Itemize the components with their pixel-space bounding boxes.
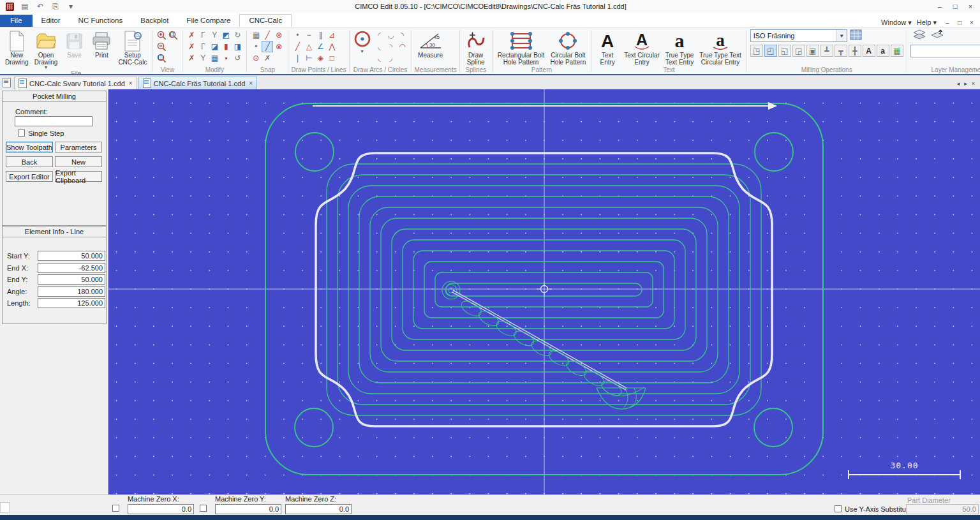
text-circular-entry-button[interactable]: AText CircularEntry [622,29,662,66]
operations-list-icon[interactable]: ▦ [891,45,903,57]
zoom-extents-icon[interactable] [156,52,167,64]
draw-spline-button[interactable]: DrawSpline [463,29,489,66]
stamp-icon[interactable]: ▦ [209,52,220,64]
print-icon[interactable]: ⎘ [50,1,61,11]
free-line-icon[interactable]: ╱ [292,41,303,52]
line-snap-icon[interactable]: ╱ [262,29,273,41]
slot-milling-icon[interactable]: ▣ [806,45,819,57]
ribbon-tab-nc-functions[interactable]: NC Functions [70,15,132,27]
tab-list-close-icon[interactable]: × [970,80,976,87]
circular-bolt-hole-pattern-button[interactable]: Circular BoltHole Pattern [549,29,588,66]
rectangle-center-icon[interactable]: ◈ [315,52,326,64]
move-origin-icon[interactable]: ▪ [220,52,232,64]
ribbon-tab-file-compare[interactable]: File Compare [177,15,239,27]
ribbon-tab-backplot[interactable]: Backplot [131,15,177,27]
app-logo-icon[interactable] [4,1,15,11]
undo-icon[interactable]: ↶ [34,1,46,11]
truetype-text-entry-button[interactable]: aTrue TypeText Entry [664,29,695,66]
tab-close-icon[interactable]: × [248,80,253,87]
bisect-icon[interactable]: ∠ [315,41,326,52]
rectangular-bolt-hole-pattern-button[interactable]: Rectangular BoltHole Pattern [496,29,547,66]
element-field-value[interactable]: -62.500 [38,263,105,273]
ribbon-tab-editor[interactable]: Editor [33,15,70,27]
parallel-lines-icon[interactable]: ∥ [315,29,326,41]
snap-all-icon[interactable]: ⊛ [273,29,285,41]
mirror-icon[interactable]: ◪ [209,41,220,52]
move-to-layer-icon[interactable] [931,29,944,41]
point-snap-icon[interactable]: • [250,41,262,52]
document-tab[interactable]: CNC-Calc Fräs Tutorial 1.cdd× [138,77,258,89]
customize-quick-access-icon[interactable]: ▾ [65,1,77,11]
join-icon[interactable]: Y [197,52,209,64]
arc-start-end-icon[interactable]: ◟ [374,52,385,64]
arc-fillet-icon[interactable]: ◟ [374,41,385,52]
tab-scroll-right-icon[interactable]: ▸ [963,80,969,87]
operation-settings-icon[interactable] [850,29,862,42]
mdi-minimize-button[interactable]: – [942,18,953,27]
machine-zero-checkbox[interactable] [200,505,207,512]
face-milling-icon[interactable]: ◳ [750,45,763,57]
machine-zero-value[interactable]: 0.0 [285,504,352,514]
contour-milling-icon[interactable]: ◱ [778,45,791,57]
element-field-value[interactable]: 180.000 [38,286,105,297]
arc-angles-icon[interactable]: ◠ [397,41,408,52]
polygon-icon[interactable]: △ [303,41,315,52]
menu-window[interactable]: Window ▾ [881,19,912,27]
setup-cnc-calc-button[interactable]: SetupCNC-Calc [116,29,149,66]
menu-help[interactable]: Help ▾ [917,19,937,27]
mdi-restore-button[interactable]: □ [954,18,965,27]
engrave-text-icon[interactable]: A [863,45,875,57]
perpendicular-line-icon[interactable]: ⊢ [303,52,315,64]
export-clipboard-button[interactable]: Export Clipboard [55,171,102,182]
minimize-button[interactable]: – [933,1,947,11]
translate-icon[interactable]: ◨ [232,41,243,52]
island-milling-icon[interactable]: ◲ [792,45,805,57]
edit-element-icon[interactable]: ◩ [220,29,232,41]
machine-zero-value[interactable]: 0.0 [215,504,281,514]
bore-icon[interactable]: ╋ [849,45,861,57]
zoom-window-icon[interactable] [167,29,179,41]
trim-one-icon[interactable]: ✗ [186,29,197,41]
horizontal-line-icon[interactable]: − [303,29,315,41]
tap-icon[interactable]: ┳ [835,45,847,57]
extend-icon[interactable]: Y [209,29,220,41]
single-step-checkbox[interactable] [18,130,25,137]
drawing-canvas[interactable]: 30.00 [108,89,980,494]
combo-arrow-icon[interactable]: ▼ [836,30,847,41]
vertical-line-icon[interactable]: ❘ [292,52,303,64]
arc-tangent-icon[interactable]: ◜ [374,29,385,41]
truetype-text-circular-entry-button[interactable]: aTrue Type TextCircular Entry [697,29,743,66]
zoom-out-icon[interactable] [156,41,167,52]
tab-scroll-left-icon[interactable]: ◂ [956,80,961,87]
circle-center-radius-icon[interactable]: ▾ [353,29,372,54]
element-field-value[interactable]: 125.000 [38,298,105,308]
rotate-ccw-icon[interactable]: ↺ [232,52,243,64]
layer-select[interactable]: ▼ [910,45,980,57]
endpoint-snap-icon[interactable]: ╱ [262,41,273,52]
text-entry-button[interactable]: ATextEntry [595,29,620,66]
scale-icon[interactable]: ▮ [220,41,232,52]
maximize-button[interactable]: □ [948,1,962,11]
mdi-close-button[interactable]: × [966,18,977,27]
show-toolpath-button[interactable]: Show Toolpath [6,142,53,152]
document-tab[interactable]: CNC-Calc Svarv Tutorial 1.cdd× [14,77,137,89]
open-drawing-button[interactable]: OpenDrawing▾ [33,29,60,70]
measure-button[interactable]: 4530Measure [415,29,446,59]
parameters-button[interactable]: Parameters [55,142,102,152]
machine-zero-checkbox[interactable] [112,505,119,512]
arc-point-radius-icon[interactable]: ◝ [385,41,397,52]
machine-zero-value[interactable]: 0.0 [128,504,194,514]
layers-icon[interactable] [913,29,926,41]
angle-line-icon[interactable]: ⊿ [326,29,338,41]
arc-2point-icon[interactable]: ◡ [385,29,397,41]
polyline-icon[interactable]: ⋀ [326,41,338,52]
close-button[interactable]: × [963,1,977,11]
ribbon-tab-file[interactable]: File [0,15,33,27]
milling-operation-select[interactable]: ISO Fräsning▼ [750,29,847,42]
back-button[interactable]: Back [6,156,53,167]
save-icon[interactable]: ▤ [19,1,31,11]
element-field-value[interactable]: 50.000 [38,274,105,285]
arc-concave-icon[interactable]: ◞ [385,52,397,64]
rectangle-icon[interactable]: □ [326,52,338,64]
ribbon-tab-cnc-calc[interactable]: CNC-Calc [239,14,292,27]
